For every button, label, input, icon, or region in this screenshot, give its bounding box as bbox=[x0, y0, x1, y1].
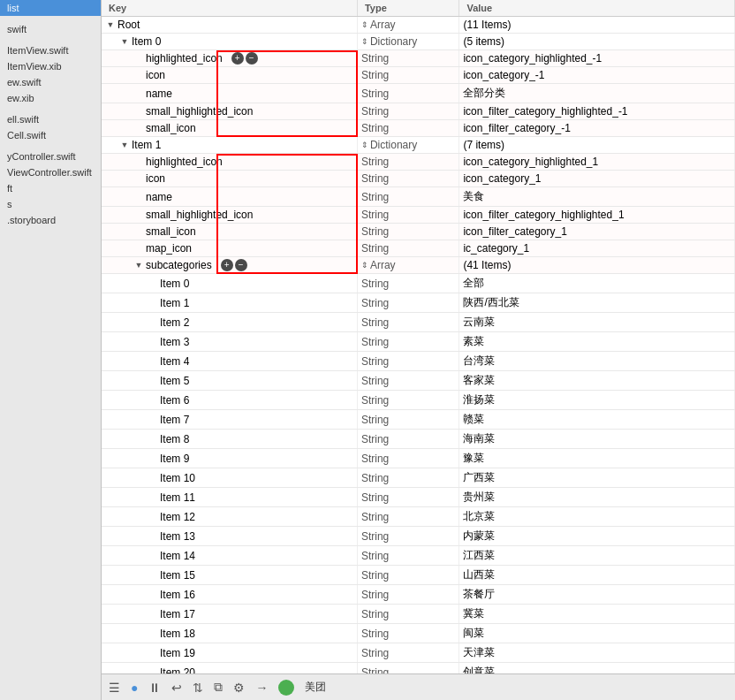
add-item-button[interactable]: + bbox=[231, 52, 244, 65]
table-row[interactable]: iconStringicon_category_-1 bbox=[102, 67, 735, 84]
key-text: Item 8 bbox=[160, 433, 189, 445]
value-cell: icon_category_1 bbox=[459, 171, 735, 187]
table-row[interactable]: Item 15String山西菜 bbox=[102, 566, 735, 585]
table-row[interactable]: Item 17String冀菜 bbox=[102, 605, 735, 624]
type-dropdown-arrow[interactable]: ⇕ bbox=[361, 37, 368, 46]
table-row[interactable]: Item 11String贵州菜 bbox=[102, 488, 735, 507]
table-row[interactable]: Item 1⇕Dictionary(7 items) bbox=[102, 137, 735, 154]
table-row[interactable]: map_iconStringic_category_1 bbox=[102, 240, 735, 257]
toolbar-icon-settings[interactable]: ⚙ bbox=[233, 681, 245, 695]
key-text: Item 11 bbox=[160, 491, 195, 504]
key-text: name bbox=[146, 191, 172, 203]
toolbar-badge-label: 美团 bbox=[305, 680, 326, 695]
table-row[interactable]: Item 19String天津菜 bbox=[102, 643, 735, 663]
sidebar-item-7[interactable]: ew.xib bbox=[0, 90, 101, 106]
remove-item-button[interactable]: − bbox=[235, 259, 247, 271]
toolbar-icon-undo[interactable]: ↩ bbox=[171, 681, 182, 695]
sidebar-item-13[interactable]: ViewController.swift bbox=[0, 164, 101, 180]
key-cell: Item 6 bbox=[102, 391, 357, 410]
sidebar-item-12[interactable]: yController.swift bbox=[0, 148, 101, 164]
sidebar-item-15[interactable]: s bbox=[0, 196, 101, 212]
add-item-button[interactable]: + bbox=[221, 259, 233, 271]
key-text: Item 7 bbox=[160, 414, 189, 426]
key-cell: icon bbox=[102, 67, 357, 84]
table-row[interactable]: Item 0String全部 bbox=[102, 274, 735, 293]
table-row[interactable]: subcategories+−⇕Array(41 Items) bbox=[102, 257, 735, 274]
table-row[interactable]: Item 2String云南菜 bbox=[102, 313, 735, 332]
type-cell: String bbox=[357, 449, 459, 468]
table-row[interactable]: small_iconStringicon_filter_category_-1 bbox=[102, 120, 735, 137]
sidebar-item-14[interactable]: ft bbox=[0, 180, 101, 196]
key-text: Item 6 bbox=[160, 394, 189, 407]
table-row[interactable]: Item 12String北京菜 bbox=[102, 507, 735, 527]
toolbar-icon-dot[interactable]: ● bbox=[131, 681, 138, 695]
expand-triangle[interactable] bbox=[105, 19, 116, 30]
sidebar-item-5[interactable]: ItemView.xib bbox=[0, 58, 101, 74]
table-row[interactable]: iconStringicon_category_1 bbox=[102, 171, 735, 187]
expand-triangle[interactable] bbox=[133, 260, 144, 270]
table-row[interactable]: Item 3String素菜 bbox=[102, 332, 735, 352]
key-cell: Item 15 bbox=[102, 566, 357, 585]
table-row[interactable]: small_highlighted_iconStringicon_filter_… bbox=[102, 103, 735, 120]
value-cell: 客家菜 bbox=[459, 371, 735, 391]
value-cell: (11 Items) bbox=[459, 17, 735, 34]
table-row[interactable]: nameString美食 bbox=[102, 187, 735, 207]
value-cell: icon_category_-1 bbox=[459, 67, 735, 84]
value-cell: icon_filter_category_-1 bbox=[459, 120, 735, 137]
table-row[interactable]: Item 13String内蒙菜 bbox=[102, 527, 735, 546]
key-text: Item 16 bbox=[160, 589, 195, 601]
sidebar-item-10[interactable]: Cell.swift bbox=[0, 127, 101, 143]
sidebar-item-2[interactable]: swift bbox=[0, 21, 101, 37]
sidebar-item-9[interactable]: ell.swift bbox=[0, 111, 101, 127]
table-row[interactable]: small_highlighted_iconStringicon_filter_… bbox=[102, 207, 735, 224]
sidebar-item-6[interactable]: ew.swift bbox=[0, 74, 101, 90]
table-row[interactable]: highlighted_iconStringicon_category_high… bbox=[102, 154, 735, 171]
table-row[interactable]: nameString全部分类 bbox=[102, 84, 735, 103]
key-text: Item 10 bbox=[160, 472, 195, 484]
key-text: Item 5 bbox=[160, 375, 189, 387]
table-row[interactable]: small_iconStringicon_filter_category_1 bbox=[102, 224, 735, 240]
toolbar-icon-pause[interactable]: ⏸ bbox=[148, 681, 161, 695]
toolbar-icon-list[interactable]: ☰ bbox=[109, 681, 120, 695]
table-row[interactable]: Item 4String台湾菜 bbox=[102, 352, 735, 371]
table-row[interactable]: Item 7String赣菜 bbox=[102, 410, 735, 430]
key-cell: small_highlighted_icon bbox=[102, 103, 357, 120]
remove-item-button[interactable]: − bbox=[246, 52, 258, 65]
table-row[interactable]: Item 10String广西菜 bbox=[102, 468, 735, 488]
value-cell: (5 items) bbox=[459, 34, 735, 50]
type-cell: String bbox=[357, 67, 459, 84]
table-row[interactable]: Item 9String豫菜 bbox=[102, 449, 735, 468]
type-cell: String bbox=[357, 605, 459, 624]
expand-triangle[interactable] bbox=[119, 36, 130, 47]
key-cell: Item 1 bbox=[102, 137, 357, 154]
table-row[interactable]: Item 1String陕西/西北菜 bbox=[102, 293, 735, 313]
table-row[interactable]: Item 18String闽菜 bbox=[102, 624, 735, 643]
toolbar-icon-copy[interactable]: ⧉ bbox=[214, 680, 223, 695]
table-row[interactable]: Item 0⇕Dictionary(5 items) bbox=[102, 34, 735, 50]
sidebar-item-16[interactable]: .storyboard bbox=[0, 212, 101, 228]
key-cell: icon bbox=[102, 171, 357, 187]
table-row[interactable]: Item 5String客家菜 bbox=[102, 371, 735, 391]
type-cell: String bbox=[357, 546, 459, 566]
table-row[interactable]: Item 14String江西菜 bbox=[102, 546, 735, 566]
type-dropdown-arrow[interactable]: ⇕ bbox=[361, 20, 368, 29]
type-cell: String bbox=[357, 240, 459, 257]
sidebar-item-4[interactable]: ItemView.swift bbox=[0, 42, 101, 58]
table-row[interactable]: Item 20String创意菜 bbox=[102, 663, 735, 674]
type-dropdown-arrow[interactable]: ⇕ bbox=[361, 141, 368, 149]
value-cell: 创意菜 bbox=[459, 663, 735, 674]
table-row[interactable]: Root⇕Array(11 Items) bbox=[102, 17, 735, 34]
table-row[interactable]: Item 8String海南菜 bbox=[102, 430, 735, 449]
key-cell: Item 0 bbox=[102, 274, 357, 293]
key-text: highlighted_icon bbox=[146, 52, 223, 65]
table-row[interactable]: Item 16String茶餐厅 bbox=[102, 585, 735, 605]
type-cell: String bbox=[357, 566, 459, 585]
sidebar-item-0[interactable]: list bbox=[0, 0, 101, 16]
toolbar-icon-arrow[interactable]: → bbox=[255, 681, 268, 695]
toolbar-icon-updown[interactable]: ⇅ bbox=[193, 681, 203, 695]
type-dropdown-arrow[interactable]: ⇕ bbox=[361, 261, 368, 270]
table-row[interactable]: highlighted_icon+−Stringicon_category_hi… bbox=[102, 50, 735, 67]
key-cell: name bbox=[102, 187, 357, 207]
table-row[interactable]: Item 6String淮扬菜 bbox=[102, 391, 735, 410]
expand-triangle[interactable] bbox=[119, 140, 130, 150]
